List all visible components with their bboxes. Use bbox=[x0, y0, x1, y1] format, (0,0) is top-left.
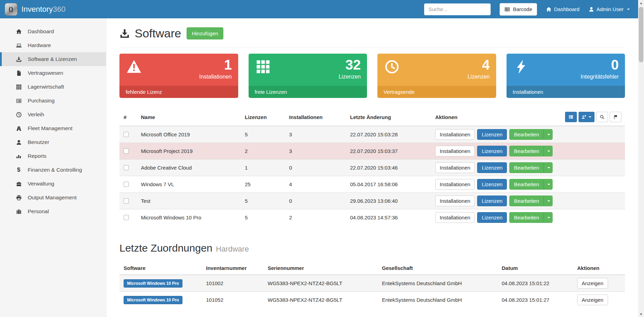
stat-card-vertragsende[interactable]: 4LizenzenVertragsende bbox=[377, 54, 496, 98]
licenses-button[interactable]: Lizenzen bbox=[477, 146, 507, 156]
list-alt-icon bbox=[15, 98, 23, 104]
title-divider bbox=[119, 47, 625, 47]
license-count: 2 bbox=[241, 143, 285, 160]
edit-dropdown-toggle[interactable] bbox=[544, 146, 553, 156]
software-badge[interactable]: Microsoft Windows 10 Pro bbox=[124, 296, 182, 304]
edit-dropdown-toggle[interactable] bbox=[544, 179, 553, 190]
assign-user-icon bbox=[582, 115, 587, 119]
scroll-down-arrow[interactable]: ▼ bbox=[638, 311, 644, 317]
software-badge[interactable]: Microsoft Windows 10 Pro bbox=[124, 279, 182, 288]
software-row: Microsoft Windows 10 Pro5204.08.2023 14:… bbox=[119, 209, 625, 226]
installations-button[interactable]: Installationen bbox=[435, 162, 475, 173]
edit-dropdown-toggle[interactable] bbox=[544, 162, 553, 173]
sidebar-item-output-management[interactable]: Output Management bbox=[0, 191, 106, 205]
stat-card-installationen[interactable]: 0IntegritätsfehlerInstallationen bbox=[507, 54, 625, 98]
brand[interactable]: () Inventory360 bbox=[5, 3, 65, 16]
search-input[interactable] bbox=[424, 3, 491, 15]
installation-count: 2 bbox=[285, 209, 346, 226]
assign-user-icon-button[interactable] bbox=[579, 112, 594, 122]
main-content: Software Hinzufügen 1Installationenfehle… bbox=[106, 18, 638, 317]
barcode-icon bbox=[504, 7, 510, 12]
scroll-up-arrow[interactable]: ▲ bbox=[638, 0, 644, 6]
edit-button[interactable]: Bearbeiten bbox=[509, 129, 544, 140]
stat-card-fehlende-lizenz[interactable]: 1Installationenfehlende Lizenz bbox=[119, 54, 238, 98]
sidebar-item-benutzer[interactable]: Benutzer bbox=[0, 135, 106, 149]
row-checkbox[interactable] bbox=[124, 165, 129, 170]
sidebar-item-personal[interactable]: Personal bbox=[0, 205, 106, 218]
warning-icon bbox=[126, 59, 142, 74]
modified-date: 22.07.2020 15:03:28 bbox=[346, 126, 431, 143]
inventory-number: 101052 bbox=[202, 292, 263, 308]
row-checkbox[interactable] bbox=[124, 182, 129, 187]
suitcase-icon bbox=[15, 209, 23, 215]
nav-dashboard-link[interactable]: Dashboard bbox=[546, 6, 579, 12]
sidebar-item-verleih[interactable]: Verleih bbox=[0, 108, 106, 121]
software-row: Microsoft Office 20195322.07.2020 15:03:… bbox=[119, 126, 625, 143]
table-tools bbox=[565, 112, 621, 122]
installations-button[interactable]: Installationen bbox=[435, 212, 475, 223]
licenses-button[interactable]: Lizenzen bbox=[477, 196, 507, 206]
sidebar-item-fleet-management[interactable]: Fleet Management bbox=[0, 121, 106, 135]
software-row: Test5029.06.2023 13:06:40InstallationenL… bbox=[119, 193, 625, 209]
flag-icon-button[interactable] bbox=[610, 112, 621, 122]
stat-cards: 1Installationenfehlende Lizenz32Lizenzen… bbox=[119, 54, 625, 98]
sidebar-item-software-lizenzen[interactable]: Software & Lizenzen bbox=[0, 52, 106, 66]
sidebar-item-lagerwirtschaft[interactable]: Lagerwirtschaft bbox=[0, 80, 106, 94]
edit-dropdown-toggle[interactable] bbox=[544, 129, 553, 140]
sidebar-item-hardware[interactable]: Hardware bbox=[0, 38, 106, 52]
edit-button[interactable]: Bearbeiten bbox=[509, 212, 544, 223]
nav-user-menu[interactable]: Admin User bbox=[589, 6, 630, 12]
sidebar-item-label: Verleih bbox=[28, 111, 44, 118]
installations-button[interactable]: Installationen bbox=[435, 146, 475, 156]
row-checkbox[interactable] bbox=[124, 148, 129, 154]
edit-button[interactable]: Bearbeiten bbox=[509, 196, 544, 206]
view-button[interactable]: Anzeigen bbox=[577, 295, 608, 305]
view-button[interactable]: Anzeigen bbox=[577, 278, 608, 289]
stat-label: Installationen bbox=[199, 74, 232, 80]
briefcase-icon bbox=[15, 181, 23, 187]
search-icon-button[interactable] bbox=[596, 112, 608, 122]
add-button[interactable]: Hinzufügen bbox=[187, 27, 223, 39]
sidebar-item-dashboard[interactable]: Dashboard bbox=[0, 25, 106, 38]
stat-card-freie-lizenzen[interactable]: 32Lizenzenfreie Lizenzen bbox=[249, 54, 367, 98]
sidebar-item-verwaltung[interactable]: Verwaltung bbox=[0, 177, 106, 191]
page-scrollbar[interactable]: ▲ ▼ bbox=[638, 0, 644, 317]
sidebar-item-label: Verwaltung bbox=[28, 181, 54, 187]
row-checkbox[interactable] bbox=[124, 198, 129, 203]
edit-dropdown-toggle[interactable] bbox=[544, 212, 553, 223]
sidebar-item-purchasing[interactable]: Purchasing bbox=[0, 94, 106, 108]
sidebar-item-label: Output Management bbox=[28, 194, 77, 201]
licenses-button[interactable]: Lizenzen bbox=[477, 212, 507, 223]
edit-button[interactable]: Bearbeiten bbox=[509, 146, 544, 156]
bolt-icon bbox=[513, 59, 529, 74]
edit-button[interactable]: Bearbeiten bbox=[509, 162, 544, 173]
scroll-thumb[interactable] bbox=[639, 7, 643, 62]
edit-dropdown-toggle[interactable] bbox=[544, 196, 553, 206]
software-row: Adobe Creative Cloud1022.07.2020 15:03:4… bbox=[119, 160, 625, 176]
licenses-button[interactable]: Lizenzen bbox=[477, 129, 507, 140]
user-icon bbox=[589, 7, 594, 12]
sidebar-item-label: Purchasing bbox=[28, 98, 55, 104]
list-view-icon-button[interactable] bbox=[565, 112, 577, 122]
sidebar-item-vertragswesen[interactable]: Vertragswesen bbox=[0, 66, 106, 80]
licenses-button[interactable]: Lizenzen bbox=[477, 179, 507, 190]
col-company: Gesellschaft bbox=[378, 262, 498, 275]
barcode-button[interactable]: Barcode bbox=[500, 3, 537, 16]
installations-button[interactable]: Installationen bbox=[435, 179, 475, 190]
licenses-button[interactable]: Lizenzen bbox=[477, 162, 507, 173]
sidebar-item-finanzen-controlling[interactable]: $Finanzen & Controlling bbox=[0, 163, 106, 177]
sidebar-item-label: Benutzer bbox=[28, 139, 49, 145]
caret-down-icon bbox=[547, 167, 550, 169]
col-modified: Letzte Änderung bbox=[346, 108, 431, 126]
sidebar-item-reports[interactable]: Reports bbox=[0, 149, 106, 163]
sidebar-item-label: Personal bbox=[28, 208, 49, 215]
stat-label: Lizenzen bbox=[339, 74, 361, 80]
row-checkbox[interactable] bbox=[124, 132, 129, 137]
edit-button[interactable]: Bearbeiten bbox=[509, 179, 544, 190]
row-checkbox[interactable] bbox=[124, 215, 129, 220]
home-icon bbox=[546, 7, 552, 12]
software-row: Windows 7 VL25405.04.2017 16:58:06Instal… bbox=[119, 176, 625, 193]
installations-button[interactable]: Installationen bbox=[435, 196, 475, 206]
installations-button[interactable]: Installationen bbox=[435, 129, 475, 140]
user-icon bbox=[15, 139, 23, 145]
